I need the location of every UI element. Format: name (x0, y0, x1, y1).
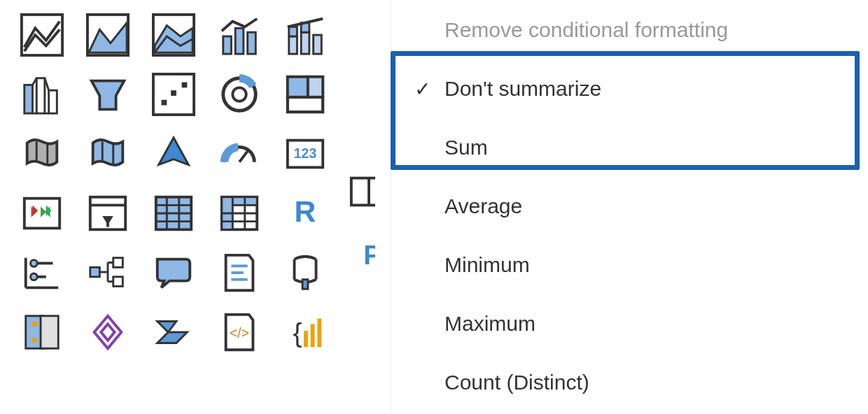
kpi-icon[interactable] (14, 189, 70, 238)
svg-text:</>: </> (230, 325, 249, 341)
qa-visual-icon[interactable] (146, 248, 202, 297)
paginated-report-icon[interactable] (14, 308, 70, 357)
matrix-icon[interactable] (211, 189, 267, 238)
slicer-icon[interactable] (80, 189, 136, 238)
menu-label: Minimum (444, 253, 530, 277)
python-visual-icon[interactable]: P (347, 234, 375, 276)
svg-rect-61 (302, 280, 308, 290)
svg-rect-22 (308, 77, 323, 97)
get-more-visuals-icon[interactable]: { (277, 308, 333, 357)
menu-label: Count (Distinct) (444, 371, 589, 394)
power-automate-icon[interactable] (146, 308, 202, 357)
svg-rect-4 (235, 28, 244, 54)
menu-remove-conditional-formatting: Remove conditional formatting (392, 13, 868, 48)
svg-rect-68 (304, 331, 308, 347)
svg-point-64 (31, 322, 37, 327)
svg-text:R: R (295, 194, 316, 228)
svg-text:123: 123 (294, 145, 317, 161)
stacked-area-chart-icon[interactable] (146, 10, 202, 59)
svg-point-19 (232, 87, 246, 101)
menu-label: Average (444, 194, 522, 218)
svg-rect-13 (49, 90, 57, 113)
svg-rect-15 (162, 100, 167, 106)
smart-narrative-icon[interactable] (211, 248, 267, 297)
svg-rect-6 (289, 36, 298, 54)
menu-label: Remove conditional formatting (444, 18, 728, 42)
menu-label: Don't summarize (444, 77, 601, 101)
scatter-chart-icon[interactable] (146, 70, 202, 119)
svg-rect-16 (171, 90, 176, 96)
svg-rect-63 (41, 316, 58, 349)
multi-row-card-icon[interactable] (347, 170, 375, 212)
donut-chart-icon[interactable] (211, 70, 267, 119)
goals-icon[interactable] (277, 248, 333, 297)
treemap-icon[interactable] (277, 70, 333, 119)
checkmark-icon: ✓ (414, 78, 430, 101)
ribbon-chart-icon[interactable] (14, 70, 70, 119)
line-chart-icon[interactable] (14, 10, 70, 59)
area-chart-icon[interactable] (80, 10, 136, 59)
svg-rect-71 (351, 178, 375, 206)
svg-marker-28 (32, 205, 38, 216)
filled-map-icon[interactable] (14, 129, 70, 178)
menu-label: Maximum (444, 312, 536, 336)
svg-text:{: { (293, 317, 302, 348)
menu-average[interactable]: Average (392, 189, 868, 224)
svg-point-65 (31, 338, 37, 343)
svg-rect-8 (301, 32, 309, 54)
funnel-chart-icon[interactable] (80, 70, 136, 119)
line-stacked-column-chart-icon[interactable] (277, 10, 333, 59)
menu-sum[interactable]: Sum (392, 130, 868, 165)
power-apps-icon[interactable] (80, 308, 136, 357)
svg-rect-17 (182, 83, 188, 88)
svg-point-48 (31, 273, 38, 280)
svg-line-24 (239, 151, 248, 162)
custom-visual-placeholder-icon[interactable]: </> (211, 308, 267, 357)
aggregation-context-menu: Remove conditional formatting ✓ Don't su… (392, 0, 868, 414)
decomposition-tree-icon[interactable] (80, 248, 136, 297)
svg-text:P: P (363, 240, 375, 270)
svg-rect-12 (36, 78, 45, 113)
visualizations-panel: 123 R (14, 10, 364, 357)
svg-rect-70 (317, 319, 321, 348)
table-icon[interactable] (146, 189, 202, 238)
menu-dont-summarize[interactable]: ✓ Don't summarize (392, 71, 868, 106)
r-script-visual-icon[interactable]: R (277, 189, 333, 238)
svg-rect-5 (248, 32, 256, 54)
svg-rect-7 (289, 27, 298, 36)
gauge-icon[interactable] (211, 129, 267, 178)
svg-rect-53 (113, 277, 123, 287)
key-influencers-icon[interactable] (14, 248, 70, 297)
svg-rect-3 (223, 36, 232, 54)
svg-rect-11 (24, 85, 33, 113)
svg-point-47 (31, 260, 38, 267)
line-column-chart-icon[interactable] (211, 10, 267, 59)
menu-count-distinct[interactable]: Count (Distinct) (392, 365, 868, 400)
azure-map-icon[interactable] (146, 129, 202, 178)
menu-minimum[interactable]: Minimum (392, 248, 868, 283)
svg-rect-69 (311, 324, 315, 347)
menu-label: Sum (444, 136, 488, 159)
shape-map-icon[interactable] (80, 129, 136, 178)
card-icon[interactable]: 123 (277, 129, 333, 178)
svg-rect-51 (90, 267, 100, 277)
svg-rect-52 (113, 258, 123, 268)
svg-rect-10 (314, 35, 322, 54)
svg-rect-21 (288, 77, 308, 97)
menu-maximum[interactable]: Maximum (392, 306, 868, 341)
svg-rect-23 (288, 97, 323, 112)
